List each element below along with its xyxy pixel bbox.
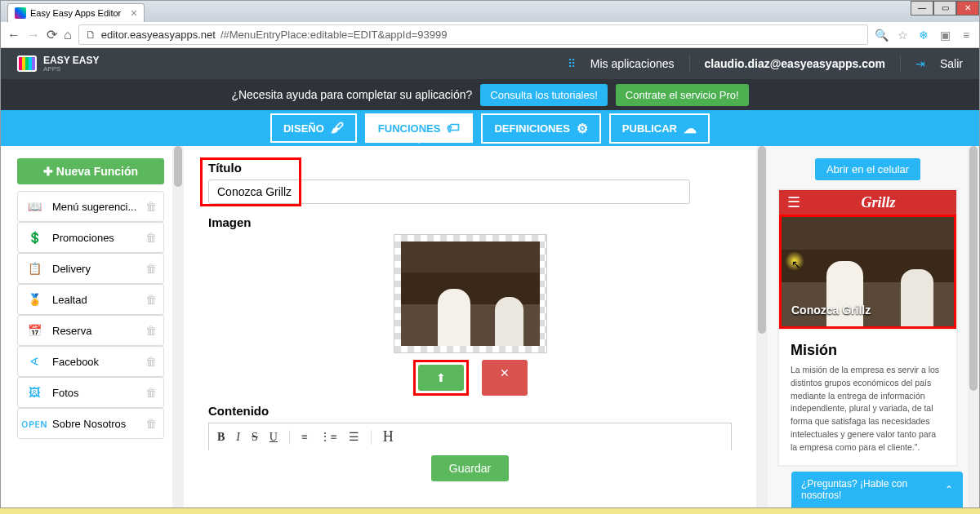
- image-preview: [394, 234, 547, 353]
- brand-sub: APPS: [43, 65, 99, 73]
- image-field-label: Imagen: [208, 215, 732, 229]
- separator: [371, 430, 372, 445]
- apps-grid-icon[interactable]: ⠿: [568, 57, 576, 70]
- tab-definitions[interactable]: DEFINICIONES ⚙: [481, 113, 600, 144]
- plus-icon: ✚: [43, 165, 56, 178]
- sidebar: ✚ Nueva Función 📖Menú sugerenci...🗑💲Prom…: [1, 146, 172, 507]
- chat-widget[interactable]: ¿Preguntas? ¡Hable con nosotros! ⌃: [791, 472, 963, 507]
- trash-icon[interactable]: 🗑: [145, 355, 157, 368]
- sidebar-item-icon: 📅: [24, 322, 44, 339]
- sidebar-item-icon: 📋: [24, 260, 44, 277]
- sidebar-item[interactable]: 📖Menú sugerenci...🗑: [17, 191, 164, 222]
- help-question: ¿Necesita ayuda para completar su aplica…: [231, 88, 472, 101]
- separator: [689, 55, 690, 73]
- sidebar-item[interactable]: ∢Facebook🗑: [17, 346, 164, 377]
- sidebar-item[interactable]: ᴏᴘᴇɴSobre Nosotros🗑: [17, 408, 164, 439]
- exit-icon: ⇥: [915, 57, 925, 70]
- italic-button[interactable]: I: [236, 431, 240, 444]
- logout-link[interactable]: Salir: [940, 57, 963, 70]
- minimize-button[interactable]: —: [911, 1, 933, 16]
- sidebar-item[interactable]: 📅Reserva🗑: [17, 315, 164, 346]
- close-window-button[interactable]: ✕: [956, 1, 979, 16]
- tab-functions[interactable]: FUNCIONES 🏷: [365, 113, 474, 143]
- tab-label: DISEÑO: [283, 122, 324, 135]
- snowflake-icon[interactable]: ❄: [917, 29, 930, 42]
- sidebar-item-icon: 🖼: [24, 384, 44, 401]
- sidebar-item-icon: ∢: [24, 353, 44, 370]
- tab-label: PUBLICAR: [622, 122, 677, 135]
- reload-icon[interactable]: ⟳: [47, 27, 57, 42]
- heading-button[interactable]: H: [383, 428, 394, 445]
- trash-icon[interactable]: 🗑: [145, 231, 157, 244]
- tab-publish[interactable]: PUBLICAR ☁: [609, 113, 710, 144]
- logo-icon: [17, 55, 37, 72]
- chat-text: ¿Preguntas? ¡Hable con nosotros!: [801, 478, 945, 501]
- hero-title: Conozca Grillz: [791, 304, 871, 317]
- box-icon[interactable]: ▣: [938, 29, 951, 42]
- sidebar-item[interactable]: 🖼Fotos🗑: [17, 377, 164, 408]
- trash-icon[interactable]: 🗑: [145, 324, 157, 337]
- url-path: /#MenuEntryPlace:editable=EDIT&appId=939…: [220, 29, 448, 41]
- delete-image-button[interactable]: ✕: [482, 360, 528, 396]
- list-ordered-button[interactable]: ≡: [301, 431, 308, 444]
- maximize-button[interactable]: ▭: [933, 1, 956, 16]
- sidebar-item-label: Reserva: [52, 325, 137, 337]
- chef-figure: [901, 269, 933, 326]
- back-icon[interactable]: ←: [7, 28, 20, 42]
- new-function-label: Nueva Función: [56, 165, 138, 178]
- open-on-phone-button[interactable]: Abrir en el celular: [815, 158, 920, 180]
- url-input[interactable]: 🗋 editor.easyeasyapps.net/#MenuEntryPlac…: [78, 24, 868, 45]
- sidebar-item-label: Menú sugerenci...: [52, 201, 137, 213]
- separator: [289, 430, 290, 445]
- new-function-button[interactable]: ✚ Nueva Función: [17, 158, 164, 184]
- trash-icon[interactable]: 🗑: [145, 200, 157, 213]
- preview-scrollbar[interactable]: [968, 146, 979, 507]
- upload-image-button[interactable]: ⬆: [418, 365, 464, 391]
- app-logo[interactable]: EASY EASY APPS: [17, 55, 99, 73]
- zoom-icon[interactable]: 🔍: [875, 29, 888, 42]
- sidebar-item[interactable]: 🏅Lealtad🗑: [17, 284, 164, 315]
- card-text: La misión de la empresa es servir a los …: [791, 364, 945, 454]
- sidebar-item[interactable]: 💲Promociones🗑: [17, 222, 164, 253]
- rich-text-toolbar: B I S U ≡ ⋮≡ ☰ H: [208, 423, 732, 450]
- brand-text: EASY EASY: [43, 55, 99, 65]
- hamburger-icon[interactable]: ☰: [787, 193, 800, 211]
- sidebar-item-label: Promociones: [52, 232, 137, 244]
- list-unordered-button[interactable]: ⋮≡: [319, 430, 337, 444]
- user-email[interactable]: claudio.diaz@easyeasyapps.com: [705, 57, 885, 70]
- highlight-box: ⬆: [413, 360, 469, 396]
- page-icon: 🗋: [86, 29, 96, 41]
- separator: [900, 55, 901, 73]
- hero-image[interactable]: ↖ Conozca Grillz: [779, 215, 956, 329]
- title-input[interactable]: [208, 179, 690, 204]
- tab-close-icon[interactable]: ×: [131, 7, 137, 20]
- bold-button[interactable]: B: [217, 431, 225, 444]
- menu-icon[interactable]: ≡: [960, 29, 973, 42]
- sidebar-item-icon: 💲: [24, 229, 44, 246]
- tab-label: DEFINICIONES: [494, 122, 569, 135]
- title-field-label: Título: [208, 161, 732, 175]
- home-icon[interactable]: ⌂: [64, 28, 72, 42]
- trash-icon[interactable]: 🗑: [145, 386, 157, 399]
- underline-button[interactable]: U: [270, 431, 278, 444]
- trash-icon[interactable]: 🗑: [145, 417, 157, 430]
- trash-icon[interactable]: 🗑: [145, 262, 157, 275]
- align-button[interactable]: ☰: [349, 430, 359, 444]
- forward-icon[interactable]: →: [27, 28, 40, 42]
- browser-tab[interactable]: Easy Easy Apps Editor ×: [7, 3, 145, 22]
- star-icon[interactable]: ☆: [896, 29, 909, 42]
- pro-service-button[interactable]: Contrate el servicio Pro!: [616, 84, 749, 106]
- tag-icon: 🏷: [447, 121, 460, 135]
- tutorials-button[interactable]: Consulta los tutoriales!: [480, 84, 608, 106]
- strike-button[interactable]: S: [252, 431, 258, 444]
- save-button[interactable]: Guardar: [431, 455, 509, 481]
- tab-design[interactable]: DISEÑO 🖌: [270, 113, 357, 143]
- tab-label: FUNCIONES: [378, 122, 441, 135]
- sidebar-item[interactable]: 📋Delivery🗑: [17, 253, 164, 284]
- sidebar-scrollbar[interactable]: [172, 146, 184, 507]
- browser-tab-bar: Easy Easy Apps Editor × — ▭ ✕: [1, 1, 979, 22]
- my-apps-link[interactable]: Mis aplicaciones: [590, 57, 675, 70]
- trash-icon[interactable]: 🗑: [145, 293, 157, 306]
- main-scrollbar[interactable]: [756, 146, 768, 507]
- brush-icon: 🖌: [331, 121, 344, 135]
